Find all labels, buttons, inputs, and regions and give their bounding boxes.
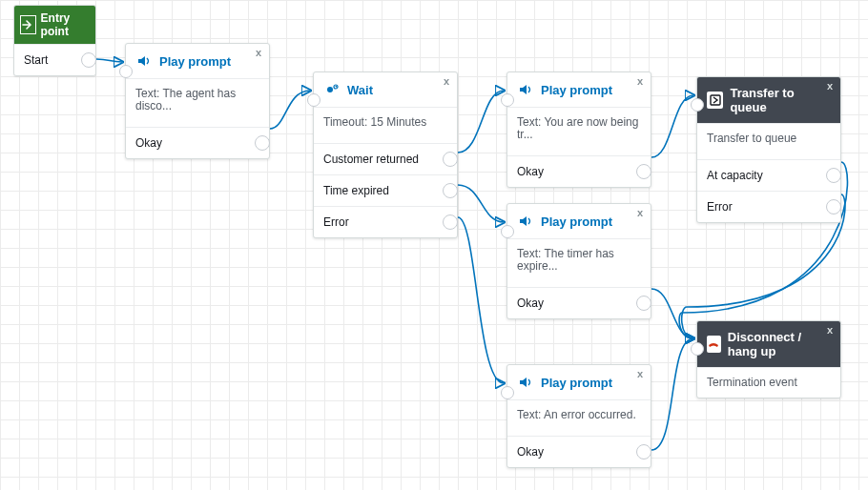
close-icon[interactable]: x bbox=[256, 47, 261, 58]
close-icon[interactable]: x bbox=[637, 207, 643, 218]
wait-node[interactable]: x Wait Timeout: 15 Minutes Customer retu… bbox=[313, 71, 458, 238]
node-title: Play prompt bbox=[159, 54, 231, 69]
node-header: Wait bbox=[314, 72, 457, 107]
close-icon[interactable]: x bbox=[444, 75, 449, 87]
connector-inlet[interactable] bbox=[501, 93, 514, 107]
close-icon[interactable]: x bbox=[637, 368, 643, 379]
connector-port[interactable] bbox=[826, 199, 841, 214]
outlet-label: Error bbox=[707, 200, 733, 214]
connector-inlet[interactable] bbox=[307, 93, 320, 107]
entry-arrow-icon bbox=[20, 15, 36, 34]
outlet-error[interactable]: Error bbox=[697, 191, 840, 222]
node-title: Disconnect / hang up bbox=[728, 330, 831, 358]
node-header: Play prompt bbox=[507, 365, 651, 399]
entry-point-header: Entry point bbox=[14, 6, 95, 44]
speaker-icon bbox=[517, 213, 534, 230]
node-header: x Disconnect / hang up bbox=[697, 321, 840, 367]
outlet-okay[interactable]: Okay bbox=[507, 287, 651, 318]
node-description: Termination event bbox=[697, 367, 840, 398]
connector-port[interactable] bbox=[826, 168, 841, 183]
connector-inlet[interactable] bbox=[691, 342, 704, 356]
node-description: Text: The timer has expire... bbox=[507, 238, 651, 281]
connector-inlet[interactable] bbox=[501, 225, 514, 238]
outlet-okay[interactable]: Okay bbox=[507, 436, 651, 467]
entry-point-title: Entry point bbox=[41, 11, 90, 38]
play-prompt-node-4[interactable]: x Play prompt Text: An error occurred. O… bbox=[506, 364, 651, 468]
connector-inlet[interactable] bbox=[691, 98, 704, 112]
node-header: Play prompt bbox=[126, 44, 269, 78]
node-title: Transfer to queue bbox=[730, 86, 831, 114]
node-description: Text: The agent has disco... bbox=[126, 78, 269, 121]
outlet-label: Customer returned bbox=[323, 153, 419, 166]
node-title: Play prompt bbox=[541, 214, 612, 229]
outlet-label: Start bbox=[24, 53, 48, 67]
play-prompt-node-1[interactable]: x Play prompt Text: The agent has disco.… bbox=[125, 43, 270, 159]
node-header: x Transfer to queue bbox=[697, 77, 840, 123]
outlet-okay[interactable]: Okay bbox=[126, 127, 269, 158]
wait-icon bbox=[323, 81, 341, 98]
svg-rect-2 bbox=[711, 95, 720, 105]
play-prompt-node-2[interactable]: x Play prompt Text: You are now being tr… bbox=[506, 71, 651, 188]
node-title: Play prompt bbox=[541, 83, 612, 97]
outlet-label: Error bbox=[323, 215, 349, 229]
connector-port[interactable] bbox=[636, 164, 651, 179]
connector-port[interactable] bbox=[636, 296, 651, 311]
node-description: Timeout: 15 Minutes bbox=[314, 107, 457, 137]
outlet-label: Okay bbox=[517, 445, 544, 459]
outlet-time-expired[interactable]: Time expired bbox=[314, 174, 457, 206]
disconnect-node[interactable]: x Disconnect / hang up Termination event bbox=[696, 320, 841, 398]
node-header: Play prompt bbox=[507, 204, 651, 238]
play-prompt-node-3[interactable]: x Play prompt Text: The timer has expire… bbox=[506, 203, 651, 319]
outlet-at-capacity[interactable]: At capacity bbox=[697, 159, 840, 191]
node-title: Play prompt bbox=[541, 376, 612, 390]
entry-point-node[interactable]: Entry point Start bbox=[13, 5, 96, 76]
node-description: Text: You are now being tr... bbox=[507, 107, 651, 150]
outlet-customer-returned[interactable]: Customer returned bbox=[314, 143, 457, 174]
connector-port[interactable] bbox=[443, 152, 458, 167]
entry-outlet-start[interactable]: Start bbox=[14, 44, 95, 75]
speaker-icon bbox=[135, 52, 153, 70]
node-description: Text: An error occurred. bbox=[507, 399, 651, 430]
outlet-error[interactable]: Error bbox=[314, 206, 457, 237]
outlet-label: At capacity bbox=[707, 169, 763, 182]
outlet-label: Okay bbox=[517, 296, 544, 310]
outlet-label: Time expired bbox=[323, 184, 389, 197]
connector-inlet[interactable] bbox=[501, 386, 514, 399]
transfer-icon bbox=[707, 92, 723, 109]
node-title: Wait bbox=[347, 83, 373, 97]
connector-inlet[interactable] bbox=[119, 65, 133, 78]
outlet-label: Okay bbox=[517, 165, 544, 178]
connector-port[interactable] bbox=[636, 444, 651, 459]
connector-port[interactable] bbox=[81, 52, 96, 68]
node-header: Play prompt bbox=[507, 72, 651, 107]
connector-port[interactable] bbox=[255, 135, 270, 151]
svg-point-0 bbox=[327, 87, 333, 92]
outlet-okay[interactable]: Okay bbox=[507, 155, 651, 187]
speaker-icon bbox=[517, 81, 534, 98]
hangup-icon bbox=[707, 336, 721, 353]
connector-port[interactable] bbox=[443, 183, 458, 198]
close-icon[interactable]: x bbox=[827, 80, 833, 92]
node-description: Transfer to queue bbox=[697, 123, 840, 153]
connector-port[interactable] bbox=[443, 214, 458, 230]
close-icon[interactable]: x bbox=[827, 324, 833, 336]
flow-canvas[interactable]: Entry point Start x Play prompt Text: Th… bbox=[0, 0, 868, 490]
transfer-to-queue-node[interactable]: x Transfer to queue Transfer to queue At… bbox=[696, 76, 841, 223]
outlet-label: Okay bbox=[135, 136, 162, 150]
close-icon[interactable]: x bbox=[637, 75, 643, 87]
speaker-icon bbox=[517, 374, 534, 391]
